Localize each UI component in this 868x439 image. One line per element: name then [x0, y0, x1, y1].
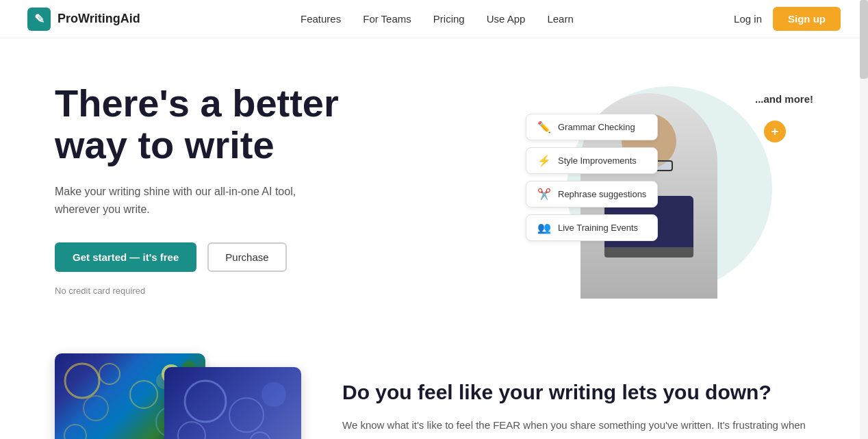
svg-point-1 [99, 364, 120, 384]
svg-point-11 [229, 398, 264, 432]
navbar: ✎ ProWritingAid Features For Teams Prici… [0, 0, 868, 38]
nav-pricing[interactable]: Pricing [433, 13, 465, 25]
purchase-button[interactable]: Purchase [207, 242, 286, 272]
blue-swirl-svg [164, 367, 301, 439]
brand-name: ProWritingAid [58, 12, 140, 26]
section2-right: Do you feel like your writing lets you d… [342, 379, 813, 439]
style-label: Style Improvements [558, 155, 637, 166]
nav-links: Features For Teams Pricing Use App Learn [301, 13, 574, 25]
hero-cta: Get started — it's free Purchase [55, 242, 339, 272]
section2-text: We know what it's like to feel the FEAR … [342, 416, 813, 439]
training-label: Live Training Events [558, 223, 638, 233]
painting-card-2: My idea in my head [164, 367, 301, 439]
section2-images: My idea in my head [55, 353, 301, 439]
feature-training: 👥 Live Training Events [526, 214, 658, 241]
hero-and-more: ...and more! [755, 93, 813, 105]
signup-button[interactable]: Sign up [773, 7, 841, 31]
section2: My idea in my head Do you feel like your… [0, 326, 868, 439]
hero-left: There's a better way to write Make your … [55, 82, 339, 296]
svg-point-6 [64, 425, 86, 439]
svg-point-10 [185, 381, 226, 422]
feature-grammar: ✏️ Grammar Checking [526, 114, 658, 140]
grammar-icon: ✏️ [537, 121, 551, 134]
training-icon: 👥 [537, 221, 551, 234]
nav-features[interactable]: Features [301, 13, 341, 25]
nav-use-app[interactable]: Use App [487, 13, 526, 25]
features-panel: ✏️ Grammar Checking ⚡ Style Improvements… [526, 114, 658, 241]
svg-point-13 [178, 422, 205, 439]
nav-for-teams[interactable]: For Teams [363, 13, 411, 25]
plus-badge: + [764, 121, 786, 142]
feature-rephrase: ✂️ Rephrase suggestions [526, 181, 658, 208]
scrollbar-thumb[interactable] [860, 0, 868, 79]
blue-painting [164, 367, 301, 439]
hero-section: There's a better way to write Make your … [0, 38, 868, 326]
get-started-button[interactable]: Get started — it's free [55, 242, 196, 272]
hero-subtitle: Make your writing shine with our all-in-… [55, 183, 315, 218]
rephrase-icon: ✂️ [537, 188, 551, 201]
section2-title: Do you feel like your writing lets you d… [342, 379, 813, 405]
hero-title: There's a better way to write [55, 82, 339, 166]
scrollbar[interactable] [860, 0, 868, 439]
grammar-label: Grammar Checking [558, 122, 635, 132]
logo-icon: ✎ [27, 8, 51, 31]
brand-logo[interactable]: ✎ ProWritingAid [27, 8, 140, 31]
hero-right: ...and more! + ✏️ Grammar Checking ⚡ [526, 79, 813, 299]
nav-learn[interactable]: Learn [547, 13, 573, 25]
svg-point-2 [130, 381, 157, 408]
svg-point-3 [84, 396, 108, 421]
style-icon: ⚡ [537, 154, 551, 167]
svg-point-0 [65, 364, 99, 398]
rephrase-label: Rephrase suggestions [558, 189, 646, 199]
login-link[interactable]: Log in [734, 13, 762, 25]
svg-point-12 [261, 382, 286, 407]
no-cc-text: No credit card required [55, 286, 339, 296]
nav-actions: Log in Sign up [734, 7, 841, 31]
feature-style: ⚡ Style Improvements [526, 147, 658, 174]
svg-point-14 [250, 432, 270, 439]
